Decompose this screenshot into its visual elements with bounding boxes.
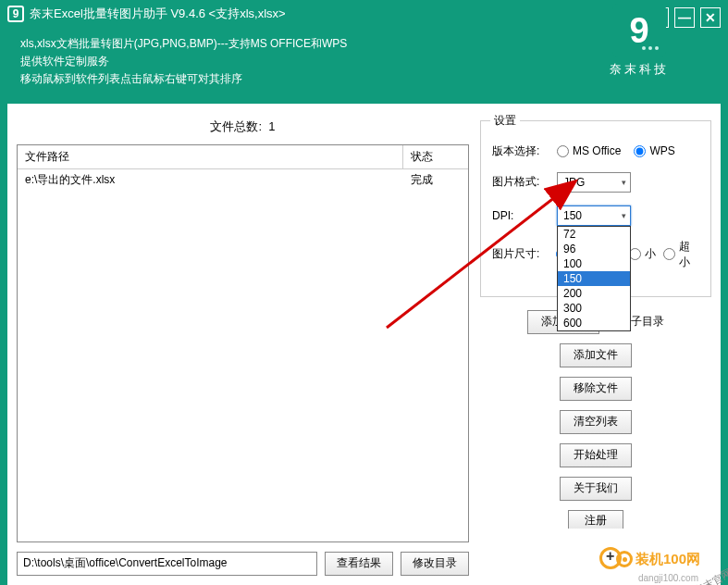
dpi-option-150[interactable]: 150	[558, 271, 630, 286]
clear-list-button[interactable]: 清空列表	[560, 410, 632, 434]
table-row[interactable]: e:\导出的文件.xlsx 完成	[18, 169, 468, 191]
output-path-input[interactable]	[17, 552, 317, 576]
version-label: 版本选择:	[492, 143, 557, 159]
header-line-2: 提供软件定制服务	[20, 53, 708, 70]
size-label: 图片尺寸:	[492, 246, 556, 262]
dpi-option-100[interactable]: 100	[558, 256, 630, 271]
about-button[interactable]: 关于我们	[560, 477, 632, 501]
col-status[interactable]: 状态	[403, 145, 468, 168]
chevron-down-icon: ▾	[622, 178, 626, 187]
dpi-option-200[interactable]: 200	[558, 286, 630, 301]
minimize-button[interactable]: —	[674, 7, 695, 28]
settings-legend: 设置	[490, 113, 520, 129]
radio-size-xsmall[interactable]: 超小	[663, 239, 699, 270]
app-title: 奈末Excel批量转图片助手 V9.4.6 <支持xls,xlsx>	[30, 6, 286, 22]
dpi-dropdown[interactable]: 72 96 100 150 200 300 600	[557, 226, 631, 331]
add-file-button[interactable]: 添加文件	[560, 343, 632, 367]
modify-dir-button[interactable]: 修改目录	[401, 552, 469, 576]
format-label: 图片格式:	[492, 174, 557, 190]
file-table[interactable]: 文件路径 状态 e:\导出的文件.xlsx 完成	[17, 144, 469, 542]
radio-wps[interactable]: WPS	[634, 144, 674, 157]
view-result-button[interactable]: 查看结果	[325, 552, 393, 576]
cell-status: 完成	[403, 169, 468, 191]
dpi-option-72[interactable]: 72	[558, 227, 630, 242]
file-count-value: 1	[268, 119, 275, 133]
radio-size-small[interactable]: 小	[629, 246, 656, 262]
dpi-label: DPI:	[492, 209, 557, 222]
format-select[interactable]: JPG ▾	[557, 172, 631, 193]
start-button[interactable]: 开始处理	[560, 443, 632, 467]
dpi-select[interactable]: 150 ▾	[557, 205, 631, 226]
radio-ms-office[interactable]: MS Office	[557, 144, 621, 157]
file-count-label: 文件总数:	[210, 119, 262, 133]
brand-logo: 9 奈末科技	[606, 4, 672, 78]
watermark-logo: 装机100网	[599, 547, 700, 574]
cell-path: e:\导出的文件.xlsx	[18, 169, 403, 191]
remove-file-button[interactable]: 移除文件	[560, 377, 632, 401]
header-line-1: xls,xlsx文档批量转图片(JPG,PNG,BMP)---支持MS OFFI…	[20, 35, 708, 53]
watermark-url: dangji100.com	[638, 573, 698, 583]
col-path[interactable]: 文件路径	[18, 145, 403, 168]
brand-name: 奈末科技	[606, 61, 672, 78]
chevron-down-icon: ▾	[622, 211, 626, 220]
dpi-option-96[interactable]: 96	[558, 242, 630, 256]
dpi-option-300[interactable]: 300	[558, 301, 630, 316]
header-line-3: 移动鼠标到软件列表点击鼠标右键可对其排序	[20, 70, 708, 88]
app-icon: 9	[7, 6, 24, 22]
register-button[interactable]: 注册	[568, 510, 623, 529]
close-button[interactable]: ✕	[700, 7, 721, 28]
dpi-option-600[interactable]: 600	[558, 316, 630, 330]
